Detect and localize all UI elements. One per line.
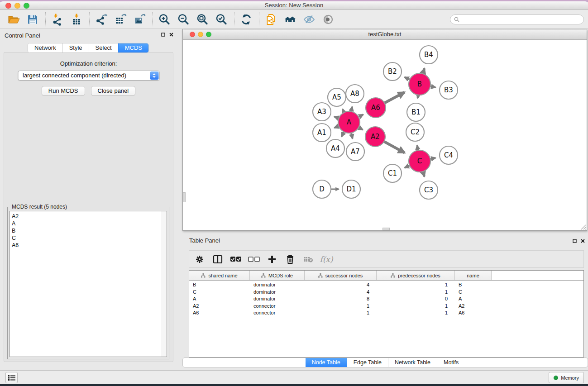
import-network-button[interactable] (50, 12, 65, 27)
mcds-result-list[interactable]: A2ABCA6 (10, 211, 167, 357)
cell-shared-name[interactable]: A (189, 295, 250, 303)
export-image-button[interactable] (132, 12, 147, 27)
cell-successor-nodes[interactable]: 1 (305, 310, 377, 317)
cell-successor-nodes[interactable]: 4 (305, 281, 377, 289)
result-item-a2[interactable]: A2 (12, 213, 167, 220)
home-view-button[interactable] (283, 12, 297, 27)
criterion-dropdown[interactable]: largest connected component (directed) (18, 71, 159, 81)
graph-node-label-A2: A2 (371, 133, 380, 141)
result-item-c[interactable]: C (12, 234, 167, 242)
cell-shared-name[interactable]: B (189, 281, 250, 289)
delete-column-button[interactable] (284, 253, 296, 265)
delete-table-button[interactable] (302, 253, 314, 265)
cell-name[interactable]: A2 (455, 303, 492, 310)
table-row[interactable]: A6connector11A6 (189, 310, 583, 317)
toggle-columns-button[interactable] (212, 253, 224, 265)
save-session-button[interactable] (25, 12, 40, 27)
cell-predecessor-nodes[interactable]: 1 (377, 303, 455, 310)
tab-network-table[interactable]: Network Table (388, 358, 437, 367)
cell-shared-name[interactable]: A2 (189, 303, 250, 310)
resize-grip-icon[interactable] (579, 223, 586, 230)
tab-style[interactable]: Style (62, 43, 89, 52)
main-toolbar (0, 10, 588, 29)
cell-successor-nodes[interactable]: 8 (305, 295, 377, 303)
refresh-view-button[interactable] (239, 12, 253, 27)
table-row[interactable]: Adominator80A (189, 295, 583, 303)
column-header-name[interactable]: name (455, 271, 492, 280)
zoom-selected-button[interactable] (214, 12, 229, 27)
cell-predecessor-nodes[interactable]: 1 (377, 281, 455, 289)
toolbar-search[interactable] (450, 14, 584, 24)
deselect-all-rows-button[interactable] (248, 253, 260, 265)
graph-node-label-A4: A4 (331, 144, 340, 152)
table-row[interactable]: A2connector11A2 (189, 303, 583, 310)
zoom-out-button[interactable] (176, 12, 191, 27)
tab-node-table[interactable]: Node Table (306, 358, 347, 367)
search-input[interactable] (462, 15, 583, 24)
cell-mcds-role[interactable]: connector (250, 303, 305, 310)
task-history-button[interactable] (5, 372, 18, 383)
cell-mcds-role[interactable]: dominator (250, 295, 305, 303)
cell-name[interactable]: A6 (455, 310, 492, 317)
column-header-shared-name[interactable]: shared name (189, 271, 250, 280)
network-zoom-button[interactable] (206, 32, 211, 37)
cell-predecessor-nodes[interactable]: 1 (377, 310, 455, 317)
result-scrollbar[interactable] (162, 211, 167, 357)
cell-successor-nodes[interactable]: 4 (305, 289, 377, 296)
network-minimize-button[interactable] (198, 32, 203, 37)
network-window-titlebar[interactable]: testGlobe.txt (183, 29, 587, 40)
cell-mcds-role[interactable]: dominator (250, 281, 305, 289)
column-header-mcds-role[interactable]: MCDS role (250, 271, 305, 280)
minimize-window-button[interactable] (14, 3, 20, 9)
close-panel-button[interactable]: Close panel (91, 86, 136, 96)
close-table-panel-icon[interactable] (581, 239, 585, 243)
float-panel-icon[interactable] (161, 33, 165, 37)
float-table-panel-icon[interactable] (573, 239, 577, 243)
cell-name[interactable]: C (455, 289, 492, 296)
apply-function-button[interactable]: f(x) (320, 253, 332, 265)
cell-predecessor-nodes[interactable]: 1 (377, 289, 455, 296)
tab-motifs[interactable]: Motifs (437, 358, 465, 367)
zoom-in-button[interactable] (157, 12, 172, 27)
table-row[interactable]: Cdominator41C (189, 289, 583, 296)
cell-name[interactable]: B (455, 281, 492, 289)
network-canvas[interactable]: AA1A2A3A4A5A6A7A8BB1B2B3B4CC1C2C3C4DD1 (183, 40, 587, 230)
tab-select[interactable]: Select (89, 43, 118, 52)
vertical-scrollbar-thumb[interactable] (183, 192, 186, 202)
graph-node-label-A6: A6 (371, 104, 380, 112)
table-row[interactable]: Bdominator41B (189, 281, 583, 289)
cell-name[interactable]: A (455, 295, 492, 303)
cell-mcds-role[interactable]: dominator (250, 289, 305, 296)
tab-edge-table[interactable]: Edge Table (347, 358, 388, 367)
close-panel-icon[interactable] (169, 33, 173, 37)
export-network-button[interactable] (94, 12, 109, 27)
hide-selected-button[interactable] (302, 12, 316, 27)
cell-shared-name[interactable]: C (189, 289, 250, 296)
run-mcds-button[interactable]: Run MCDS (42, 86, 85, 96)
cell-predecessor-nodes[interactable]: 0 (377, 295, 455, 303)
horizontal-scrollbar-thumb[interactable] (382, 228, 390, 230)
result-item-a[interactable]: A (12, 220, 167, 227)
add-column-button[interactable] (266, 253, 278, 265)
select-all-rows-button[interactable] (230, 253, 242, 265)
tab-mcds[interactable]: MCDS (118, 43, 148, 52)
zoom-fit-button[interactable] (195, 12, 210, 27)
cell-successor-nodes[interactable]: 1 (305, 303, 377, 310)
open-session-button[interactable] (6, 12, 21, 27)
column-header-predecessor-nodes[interactable]: predecessor nodes (377, 271, 455, 280)
close-window-button[interactable] (5, 3, 11, 9)
clone-network-button[interactable] (264, 12, 278, 27)
tab-network[interactable]: Network (28, 43, 62, 52)
cell-mcds-role[interactable]: connector (250, 310, 305, 317)
memory-button[interactable]: Memory (549, 372, 584, 383)
show-all-button[interactable] (321, 12, 335, 27)
result-item-b[interactable]: B (12, 227, 167, 234)
result-item-a6[interactable]: A6 (12, 242, 167, 249)
export-table-button[interactable] (113, 12, 128, 27)
column-header-successor-nodes[interactable]: successor nodes (305, 271, 377, 280)
zoom-window-button[interactable] (24, 3, 29, 9)
table-settings-button[interactable] (194, 253, 206, 265)
cell-shared-name[interactable]: A6 (189, 310, 250, 317)
import-table-button[interactable] (69, 12, 84, 27)
network-close-button[interactable] (190, 32, 195, 37)
